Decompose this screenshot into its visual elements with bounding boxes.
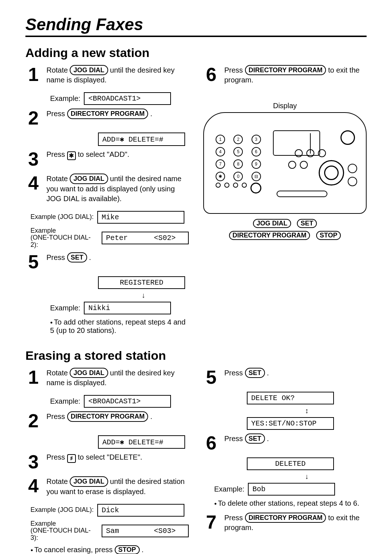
lcd-display: Dick: [97, 504, 184, 517]
lcd-display: Nikki: [84, 302, 171, 314]
adding-step-3: 3 Press ✱ to select "ADD".: [25, 150, 189, 168]
step-number: 6: [203, 433, 219, 452]
step-number: 2: [25, 411, 41, 430]
lcd-display: <BROADCAST1>: [84, 92, 171, 105]
example-one-touch-3-label: Example (ONE-TOUCH DIAL-3):: [30, 520, 98, 542]
step-text: Press ✱ to select "ADD".: [46, 150, 189, 160]
step-text: Rotate JOG DIAL until the desired statio…: [46, 476, 189, 496]
step-number: 3: [25, 452, 41, 471]
hash-key[interactable]: ♯: [67, 454, 76, 463]
erasing-step-2: 2 Press DIRECTORY PROGRAM .: [25, 411, 189, 430]
step-number: 6: [203, 65, 219, 87]
jog-dial-icon: [319, 160, 344, 186]
arrow-down-icon: ↓: [247, 472, 367, 481]
adding-columns: 1 Rotate JOG DIAL until the desired key …: [25, 65, 367, 335]
step-number: 1: [25, 65, 41, 87]
set-button[interactable]: SET: [67, 252, 87, 262]
jog-dial-button[interactable]: JOG DIAL: [70, 174, 108, 184]
adding-note-5: To add other stations, repeat steps 4 an…: [50, 318, 189, 335]
set-button[interactable]: SET: [245, 368, 265, 378]
step-number: 4: [25, 476, 41, 498]
section-heading-adding: Adding a new station: [25, 46, 367, 60]
step-text: Press ♯ to select "DELETE".: [46, 452, 189, 463]
arrow-down-icon: ↓: [98, 291, 189, 300]
step-text: Press DIRECTORY PROGRAM to exit the prog…: [224, 513, 367, 533]
star-key[interactable]: ✱: [67, 151, 76, 160]
lcd-display: Bob: [248, 483, 335, 496]
device-illustration: 123 456 789 ✱0⊟: [203, 112, 367, 214]
erasing-step-7: 7 Press DIRECTORY PROGRAM to exit the pr…: [203, 513, 367, 535]
erasing-right-col: 5 Press SET . DELETE OK? ↕ YES:SET/NO:ST…: [203, 368, 367, 554]
step-number: 7: [203, 513, 219, 535]
lcd-display: Mike: [97, 211, 184, 224]
lcd-display: DELETE OK?: [247, 392, 334, 404]
stop-button[interactable]: STOP: [316, 231, 341, 240]
step-text: Press DIRECTORY PROGRAM to exit the prog…: [224, 65, 367, 85]
step-text: Press SET .: [224, 433, 367, 444]
erasing-columns: 1 Rotate JOG DIAL until the desired key …: [25, 368, 367, 554]
erasing-step-4: 4 Rotate JOG DIAL until the desired stat…: [25, 476, 189, 498]
arrow-updown-icon: ↕: [247, 407, 367, 415]
lcd-display: DELETED: [247, 457, 334, 470]
lcd-display: Peter <S02>: [102, 232, 189, 244]
step-text: Press SET .: [224, 368, 367, 378]
example-label: Example:: [214, 485, 244, 493]
erasing-note-4: To cancel erasing, press STOP .: [30, 545, 189, 554]
erasing-step-5: 5 Press SET .: [203, 368, 367, 387]
jog-dial-button[interactable]: JOG DIAL: [70, 476, 108, 486]
step-number: 5: [25, 252, 41, 271]
section-heading-erasing: Erasing a stored station: [25, 349, 367, 363]
adding-step-6: 6 Press DIRECTORY PROGRAM to exit the pr…: [203, 65, 367, 87]
step-number: 2: [25, 109, 41, 127]
step-number: 1: [25, 368, 41, 390]
erasing-step-1: 1 Rotate JOG DIAL until the desired key …: [25, 368, 189, 390]
jog-dial-button[interactable]: JOG DIAL: [70, 65, 108, 75]
lcd-display: ADD=✱ DELETE=#: [98, 435, 185, 449]
directory-program-button[interactable]: DIRECTORY PROGRAM: [245, 513, 326, 523]
adding-left-col: 1 Rotate JOG DIAL until the desired key …: [25, 65, 189, 335]
step-number: 4: [25, 174, 41, 205]
step-text: Rotate JOG DIAL until the desired name y…: [46, 174, 189, 203]
set-button[interactable]: SET: [297, 219, 317, 228]
lcd-display: ADD=✱ DELETE=#: [98, 133, 185, 146]
page-title: Sending Faxes: [25, 15, 367, 37]
step-text: Press SET .: [46, 252, 189, 262]
page: Sending Faxes Adding a new station 1 Rot…: [0, 0, 392, 554]
stop-button[interactable]: STOP: [115, 545, 140, 554]
adding-step-2: 2 Press DIRECTORY PROGRAM .: [25, 109, 189, 127]
keypad-icon: 123 456 789 ✱0⊟: [216, 135, 266, 181]
lcd-display: <BROADCAST1>: [84, 395, 171, 408]
erasing-step-6: 6 Press SET .: [203, 433, 367, 452]
directory-program-button[interactable]: DIRECTORY PROGRAM: [245, 65, 326, 75]
step-text: Press DIRECTORY PROGRAM .: [46, 411, 189, 421]
step-number: 5: [203, 368, 219, 387]
adding-right-col: 6 Press DIRECTORY PROGRAM to exit the pr…: [203, 65, 367, 335]
adding-step-5: 5 Press SET .: [25, 252, 189, 271]
example-label: Example:: [50, 397, 80, 406]
jog-dial-button[interactable]: JOG DIAL: [253, 219, 291, 228]
lcd-display: Sam <S03>: [102, 525, 189, 537]
erasing-step-3: 3 Press ♯ to select "DELETE".: [25, 452, 189, 471]
step-text: Rotate JOG DIAL until the desired key na…: [46, 368, 189, 388]
directory-program-button[interactable]: DIRECTORY PROGRAM: [67, 411, 148, 421]
set-button[interactable]: SET: [245, 433, 265, 444]
example-one-touch-2-label: Example (ONE-TOUCH DIAL-2):: [30, 227, 98, 249]
lcd-display: YES:SET/NO:STOP: [247, 417, 334, 430]
directory-program-button[interactable]: DIRECTORY PROGRAM: [67, 109, 148, 119]
example-label: Example:: [50, 304, 80, 312]
display-label: Display: [203, 102, 367, 110]
example-jog-label: Example (JOG DIAL):: [30, 213, 94, 221]
example-jog-label: Example (JOG DIAL):: [30, 506, 94, 514]
lcd-display: REGISTERED: [98, 276, 185, 289]
device-callouts: JOG DIAL SET DIRECTORY PROGRAM STOP: [203, 217, 367, 241]
erasing-note-6: To delete other stations, repeat steps 4…: [214, 499, 367, 508]
adding-step-4: 4 Rotate JOG DIAL until the desired name…: [25, 174, 189, 205]
step-text: Rotate JOG DIAL until the desired key na…: [46, 65, 189, 85]
step-number: 3: [25, 150, 41, 168]
erasing-left-col: 1 Rotate JOG DIAL until the desired key …: [25, 368, 189, 554]
directory-program-button[interactable]: DIRECTORY PROGRAM: [229, 231, 310, 240]
jog-dial-button[interactable]: JOG DIAL: [70, 368, 108, 378]
adding-step-1: 1 Rotate JOG DIAL until the desired key …: [25, 65, 189, 87]
example-label: Example:: [50, 94, 80, 103]
step-text: Press DIRECTORY PROGRAM .: [46, 109, 189, 119]
